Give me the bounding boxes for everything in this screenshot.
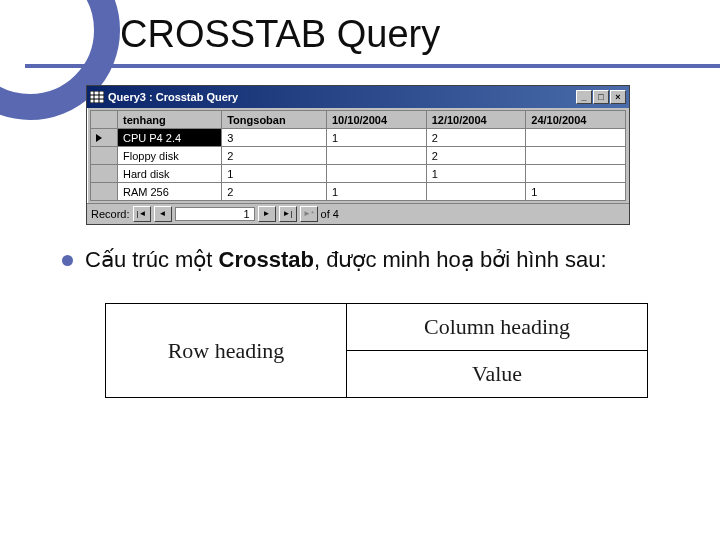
table-row[interactable]: Hard disk 1 1 (91, 165, 626, 183)
grid-cell[interactable]: 2 (426, 129, 526, 147)
col-header[interactable]: 24/10/2004 (526, 111, 626, 129)
nav-first-button[interactable]: |◄ (133, 206, 151, 222)
grid-header-row: tenhang Tongsoban 10/10/2004 12/10/2004 … (91, 111, 626, 129)
grid-cell[interactable] (327, 165, 427, 183)
grid-cell[interactable]: 1 (222, 165, 327, 183)
column-heading-cell: Column heading (347, 304, 648, 351)
row-heading-cell: Row heading (106, 304, 347, 398)
grid-cell[interactable]: CPU P4 2.4 (118, 129, 222, 147)
grid-cell[interactable]: 1 (526, 183, 626, 201)
row-selector[interactable] (91, 165, 118, 183)
window: Query3 : Crosstab Query _ □ × tenhang To… (86, 85, 630, 225)
col-header[interactable]: 12/10/2004 (426, 111, 526, 129)
col-header[interactable]: Tongsoban (222, 111, 327, 129)
page-title: CROSSTAB Query (120, 13, 440, 56)
grid-cell[interactable]: 2 (426, 147, 526, 165)
datasheet-icon (90, 91, 104, 103)
maximize-button[interactable]: □ (593, 90, 609, 104)
nav-new-button[interactable]: ►* (300, 206, 318, 222)
current-row-pointer-icon (96, 134, 102, 142)
col-header[interactable]: 10/10/2004 (327, 111, 427, 129)
grid-cell[interactable] (327, 147, 427, 165)
col-header[interactable]: tenhang (118, 111, 222, 129)
description-bullet: Cấu trúc một Crosstab, được minh hoạ bởi… (62, 247, 670, 273)
row-selector-header[interactable] (91, 111, 118, 129)
row-selector[interactable] (91, 183, 118, 201)
slide: CROSSTAB Query Query3 : Crosstab Query (0, 0, 720, 540)
grid-cell[interactable]: 1 (327, 183, 427, 201)
grid-cell[interactable] (526, 129, 626, 147)
text-part: Cấu trúc một (85, 247, 219, 272)
grid-cell[interactable]: Hard disk (118, 165, 222, 183)
table-row[interactable]: CPU P4 2.4 3 1 2 (91, 129, 626, 147)
nav-prev-button[interactable]: ◄ (154, 206, 172, 222)
window-title: Query3 : Crosstab Query (108, 91, 238, 103)
crosstab-structure-diagram: Row heading Column heading Value (105, 303, 648, 398)
record-of-text: of 4 (321, 208, 339, 220)
grid-cell[interactable]: 2 (222, 147, 327, 165)
text-part: , được minh hoạ bởi hình sau: (314, 247, 607, 272)
nav-last-button[interactable]: ►| (279, 206, 297, 222)
grid-cell[interactable] (526, 165, 626, 183)
data-grid: tenhang Tongsoban 10/10/2004 12/10/2004 … (90, 110, 626, 201)
record-navigator: Record: |◄ ◄ ► ►| ►* of 4 (87, 203, 629, 224)
crosstab-window-screenshot: Query3 : Crosstab Query _ □ × tenhang To… (86, 85, 630, 225)
table-row[interactable]: RAM 256 2 1 1 (91, 183, 626, 201)
row-selector[interactable] (91, 147, 118, 165)
grid-cell[interactable]: 1 (426, 165, 526, 183)
grid-cell[interactable]: RAM 256 (118, 183, 222, 201)
record-number-input[interactable] (175, 207, 255, 221)
value-cell: Value (347, 351, 648, 398)
row-selector[interactable] (91, 129, 118, 147)
close-button[interactable]: × (610, 90, 626, 104)
grid-cell[interactable]: 1 (327, 129, 427, 147)
grid-cell[interactable] (426, 183, 526, 201)
text-bold: Crosstab (219, 247, 314, 272)
nav-next-button[interactable]: ► (258, 206, 276, 222)
minimize-button[interactable]: _ (576, 90, 592, 104)
svg-rect-0 (90, 91, 104, 103)
grid-cell[interactable]: Floppy disk (118, 147, 222, 165)
bullet-icon (62, 255, 73, 266)
window-controls: _ □ × (576, 90, 626, 104)
grid-cell[interactable]: 3 (222, 129, 327, 147)
accent-bar (25, 64, 720, 68)
table-row[interactable]: Floppy disk 2 2 (91, 147, 626, 165)
grid-cell[interactable] (526, 147, 626, 165)
record-label: Record: (91, 208, 130, 220)
grid-cell[interactable]: 2 (222, 183, 327, 201)
description-text: Cấu trúc một Crosstab, được minh hoạ bởi… (85, 247, 607, 273)
window-titlebar: Query3 : Crosstab Query _ □ × (87, 86, 629, 108)
